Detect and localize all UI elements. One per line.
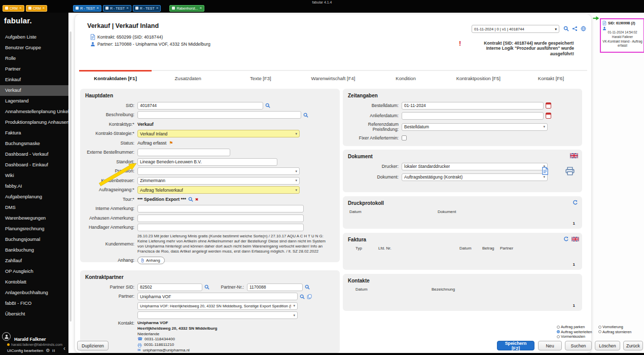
search-icon[interactable] [188,197,193,202]
search-icon[interactable] [563,26,569,31]
close-icon[interactable]: × [19,6,22,10]
anhausen-anmerkung-input[interactable] [137,215,304,222]
zurueck-button[interactable]: Zurück [623,341,643,350]
standort-input[interactable] [137,158,277,166]
radio-option[interactable]: Auftrag stornieren [598,330,644,335]
calendar-icon[interactable] [546,113,551,119]
sidebar-item[interactable]: Buchungsjournal [0,234,68,245]
radio-option[interactable]: Auftrag weiterleiten [557,330,597,335]
main-tab[interactable]: Kontraktdaten [F1] [79,71,152,85]
referenzdatum-select[interactable]: Bestelldatum▾ [402,123,548,131]
search-icon[interactable] [204,285,209,290]
uiconfig-button[interactable]: UIConfig bearbeiten ⚙ II [7,348,68,353]
globe-icon[interactable] [581,26,586,31]
externe-bestellnummer-input[interactable] [137,149,230,156]
auftragseingang-select[interactable]: Auftrag Telefonverkauf▾ [137,186,300,194]
window-tab[interactable]: CRM × [3,5,24,12]
language-flag-icon[interactable] [570,153,578,158]
main-tab[interactable]: Zusatzdaten [152,71,224,85]
sidebar-item[interactable]: Einkauf [0,75,68,85]
refresh-icon[interactable] [563,236,569,242]
beschreibung-input[interactable] [137,111,301,119]
sidebar-item[interactable]: Benutzer Gruppe [0,43,68,53]
partner-sid-input[interactable] [137,283,202,291]
strategie-select[interactable]: Verkauf Inland▾ [137,130,300,137]
sidebar-item[interactable]: Planungsrechnung [0,224,68,234]
partner-input[interactable] [137,293,298,300]
sidebar-item[interactable]: Übersicht [0,309,68,320]
search-icon[interactable] [305,285,310,290]
window-tab[interactable]: R - TEST × [133,5,161,12]
interne-anmerkung-input[interactable] [137,205,304,212]
window-tab[interactable]: CRM × [26,5,48,12]
gear-icon[interactable]: ⚙ [46,348,50,353]
sidebar-item[interactable]: Anlagenbuchhaltung [0,288,68,298]
loeschen-button[interactable]: Löschen [595,341,620,350]
sidebar-item[interactable]: fabby.AI [0,181,68,192]
sidebar-item[interactable]: Warenbewegungen [0,213,68,224]
sidebar-item[interactable]: Wiki [0,170,68,181]
dokument-select[interactable]: Auftragsbestätigung (Kontrakt)▾ [402,173,548,181]
radio-option[interactable]: Vormerkkosten [557,334,597,339]
sidebar-item[interactable]: Dashboard - Einkauf [0,160,68,170]
close-icon[interactable]: × [96,6,99,10]
fixer-anliefertermin-checkbox[interactable] [402,135,407,140]
sidebar-item[interactable]: Buchungsmaske [0,138,68,149]
sidebar-item[interactable]: Partner [0,64,68,75]
copy-icon[interactable] [307,294,312,299]
sidebar-item[interactable]: Dashboard - Verkauf [0,149,68,160]
sidebar-item[interactable]: Aufgaben Liste [0,32,68,43]
sidebar-item[interactable]: DMS [0,202,68,213]
refresh-icon[interactable] [573,200,578,205]
printer-icon[interactable] [565,167,575,175]
version-select[interactable]: 01-11-2024 | 0 | v1 | 4018744▾ [472,25,559,33]
sidebar-item[interactable]: Faktura [0,128,68,138]
main-tab[interactable]: Kontraktposition [F5] [442,71,515,85]
handlager-anmerkung-input[interactable] [137,224,304,231]
neu-button[interactable]: Neu [538,341,562,350]
main-tab[interactable]: Kontakt [F6] [515,71,587,85]
sidebar-item[interactable]: Bankbuchung [0,245,68,256]
anhang-button[interactable]: Anhang [137,257,165,264]
partner-nr-input[interactable] [247,283,303,291]
search-icon[interactable] [300,294,305,299]
sid-input[interactable] [137,102,263,110]
kundenbetreuer-select[interactable]: Zimmermann▾ [137,177,300,185]
notification-toast[interactable]: SID: 6190998 (2) 01-11-2024 14:54:02 Har… [600,18,644,53]
sidebar-item[interactable]: OP Ausgleich [0,266,68,277]
suchen-button[interactable]: Suchen [565,341,592,350]
radio-option[interactable]: Vornotierung [598,325,644,330]
main-tab[interactable]: Texte [F3] [224,71,297,85]
anlieferdatum-input[interactable] [402,112,544,120]
sidebar-item[interactable]: Zahllauf [0,256,68,266]
close-icon[interactable]: × [126,6,129,10]
speichern-button[interactable]: Speichern [F2] [497,341,534,350]
drag-handle-icon[interactable]: II [52,349,55,352]
language-flag-icon[interactable] [571,237,579,241]
drucker-select[interactable]: lokaler Standarddrucker▾ [402,163,548,170]
search-icon[interactable] [303,113,308,118]
window-tab[interactable]: R - TEST × [103,5,131,12]
window-tab[interactable]: Rabenhorst... × [169,5,204,12]
preview-document-icon[interactable] [542,167,549,175]
main-tab[interactable]: Warenwirtschaft [F4] [297,71,369,85]
close-icon[interactable]: × [156,6,159,10]
main-tab[interactable]: Kondition [370,71,442,85]
sidebar-item[interactable]: Kontoblatt [0,277,68,288]
close-icon[interactable]: × [199,6,202,10]
sidebar-item[interactable]: Verkauf [0,85,68,96]
provision-select[interactable]: ▾ [137,167,300,175]
window-tab[interactable]: R - TEST × [73,5,101,12]
share-icon[interactable] [572,26,578,31]
partner-extra-select[interactable]: ▾ [137,311,298,319]
duplizieren-button[interactable]: Duplizieren [77,341,109,350]
sidebar-collapse-button[interactable]: ‹ [63,345,65,352]
sidebar-item[interactable]: Rolle [0,53,68,64]
sidebar-item[interactable]: fabBI - FICO [0,298,68,309]
delete-icon[interactable]: ✖ [195,197,199,202]
bestelldatum-input[interactable] [402,102,544,110]
sidebar-item[interactable]: Aufgabenplanung [0,192,68,202]
radio-option[interactable]: Auftrag parken [557,325,597,330]
sidebar-item[interactable]: Lagerstand [0,96,68,106]
sidebar-item[interactable]: Produktionsplanung Anhausen [0,117,68,128]
